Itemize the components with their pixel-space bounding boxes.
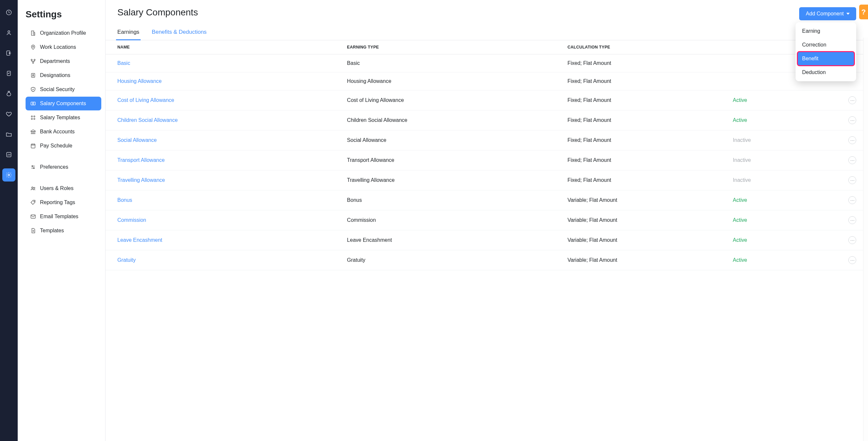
svg-point-5 (8, 174, 10, 176)
col-name: NAME (105, 40, 335, 54)
chevron-down-icon (846, 13, 850, 15)
earning-type-cell: Commission (335, 210, 556, 230)
component-name-link[interactable]: Children Social Allowance (105, 111, 335, 130)
add-component-label: Add Component (806, 11, 844, 17)
dropdown-option-benefit[interactable]: Benefit (798, 52, 854, 66)
calendar-icon (30, 143, 36, 149)
row-actions-cell: ⋯ (822, 111, 868, 130)
table-row: CommissionCommissionVariable; Flat Amoun… (105, 210, 868, 230)
sidebar-item-label: Designations (40, 72, 70, 78)
clipboard-icon[interactable] (2, 67, 16, 80)
sidebar-item-templates[interactable]: Templates (26, 224, 101, 238)
money-bag-icon[interactable] (2, 87, 16, 100)
sidebar-item-label: Salary Components (40, 101, 86, 106)
sidebar-item-label: Users & Roles (40, 185, 73, 191)
more-options-icon[interactable]: ⋯ (848, 256, 856, 264)
sidebar-item-designations[interactable]: Designations (26, 68, 101, 82)
component-name-link[interactable]: Basic (105, 54, 335, 72)
settings-sidebar: Settings Organization ProfileWork Locati… (18, 0, 105, 441)
sidebar-item-email-templates[interactable]: Email Templates (26, 210, 101, 223)
component-name-link[interactable]: Commission (105, 210, 335, 230)
sidebar-item-bank-accounts[interactable]: Bank Accounts (26, 125, 101, 138)
status-cell: Active (721, 111, 822, 130)
dashboard-icon[interactable] (2, 6, 16, 19)
sidebar-item-work-locations[interactable]: Work Locations (26, 40, 101, 54)
col-calculation-type: CALCULATION TYPE (556, 40, 721, 54)
org-chart-icon (30, 58, 36, 64)
component-name-link[interactable]: Leave Encashment (105, 230, 335, 250)
sidebar-item-label: Social Security (40, 87, 75, 92)
add-component-button[interactable]: Add Component (799, 7, 856, 20)
heart-icon[interactable] (2, 107, 16, 121)
bank-icon (30, 129, 36, 135)
main-content: Salary Components Add Component ? Earnin… (105, 0, 868, 441)
dropdown-option-earning[interactable]: Earning (798, 24, 854, 38)
report-icon[interactable] (2, 148, 16, 161)
component-name-link[interactable]: Cost of Living Allowance (105, 90, 335, 111)
status-cell: Active (721, 230, 822, 250)
calculation-type-cell: Fixed; Flat Amount (556, 150, 721, 170)
row-actions-cell: ⋯ (822, 210, 868, 230)
svg-point-1 (8, 31, 10, 33)
component-name-link[interactable]: Social Allowance (105, 130, 335, 150)
sidebar-item-preferences[interactable]: Preferences (26, 160, 101, 174)
earning-type-cell: Housing Allowance (335, 72, 556, 90)
row-actions-cell: ⋯ (822, 190, 868, 210)
left-icon-rail (0, 0, 18, 441)
tabs: EarningsBenefits & Deductions (105, 27, 868, 40)
sidebar-item-reporting-tags[interactable]: Reporting Tags (26, 196, 101, 209)
sidebar-item-pay-schedule[interactable]: Pay Schedule (26, 139, 101, 153)
sidebar-item-users-roles[interactable]: Users & Roles (26, 182, 101, 195)
earning-type-cell: Social Allowance (335, 130, 556, 150)
status-cell: Active (721, 90, 822, 111)
more-options-icon[interactable]: ⋯ (848, 136, 856, 144)
component-name-link[interactable]: Gratuity (105, 250, 335, 270)
help-button[interactable]: ? (859, 5, 868, 19)
tag-icon (30, 199, 36, 206)
svg-point-22 (32, 187, 33, 189)
more-options-icon[interactable]: ⋯ (848, 156, 856, 164)
calculation-type-cell: Fixed; Flat Amount (556, 72, 721, 90)
salary-templates-icon (30, 115, 36, 121)
dropdown-option-correction[interactable]: Correction (798, 38, 854, 52)
folder-icon[interactable] (2, 128, 16, 141)
sidebar-item-organization-profile[interactable]: Organization Profile (26, 26, 101, 40)
users-icon (30, 185, 36, 191)
sidebar-item-salary-templates[interactable]: Salary Templates (26, 111, 101, 125)
row-actions-cell: ⋯ (822, 130, 868, 150)
more-options-icon[interactable]: ⋯ (848, 216, 856, 224)
svg-point-7 (32, 46, 34, 48)
envelope-icon (30, 214, 36, 220)
more-options-icon[interactable]: ⋯ (848, 96, 856, 104)
component-name-link[interactable]: Housing Allowance (105, 72, 335, 90)
more-options-icon[interactable]: ⋯ (848, 196, 856, 204)
row-actions-cell: ⋯ (822, 150, 868, 170)
component-name-link[interactable]: Transport Allowance (105, 150, 335, 170)
component-name-link[interactable]: Travelling Allowance (105, 170, 335, 190)
sidebar-item-salary-components[interactable]: Salary Components (26, 97, 101, 111)
dropdown-option-deduction[interactable]: Deduction (798, 66, 854, 79)
sidebar-item-departments[interactable]: Departments (26, 54, 101, 68)
exit-icon[interactable] (2, 46, 16, 60)
svg-rect-13 (31, 102, 35, 105)
more-options-icon[interactable]: ⋯ (848, 236, 856, 244)
sidebar-item-label: Pay Schedule (40, 143, 72, 149)
sidebar-item-label: Departments (40, 58, 70, 64)
more-options-icon[interactable]: ⋯ (848, 176, 856, 184)
tab-benefits-deductions[interactable]: Benefits & Deductions (152, 27, 207, 40)
svg-point-8 (31, 59, 32, 61)
component-name-link[interactable]: Bonus (105, 190, 335, 210)
table-row: Travelling AllowanceTravelling Allowance… (105, 170, 868, 190)
sidebar-item-social-security[interactable]: Social Security (26, 83, 101, 96)
person-icon[interactable] (2, 26, 16, 39)
svg-point-12 (33, 74, 34, 75)
sidebar-item-label: Organization Profile (40, 30, 86, 36)
settings-icon[interactable] (2, 168, 16, 182)
earning-type-cell: Bonus (335, 190, 556, 210)
scrollbar[interactable] (863, 38, 868, 441)
svg-point-15 (31, 116, 32, 117)
building-icon (30, 30, 36, 36)
calculation-type-cell: Variable; Flat Amount (556, 190, 721, 210)
more-options-icon[interactable]: ⋯ (848, 116, 856, 124)
tab-earnings[interactable]: Earnings (117, 27, 139, 40)
